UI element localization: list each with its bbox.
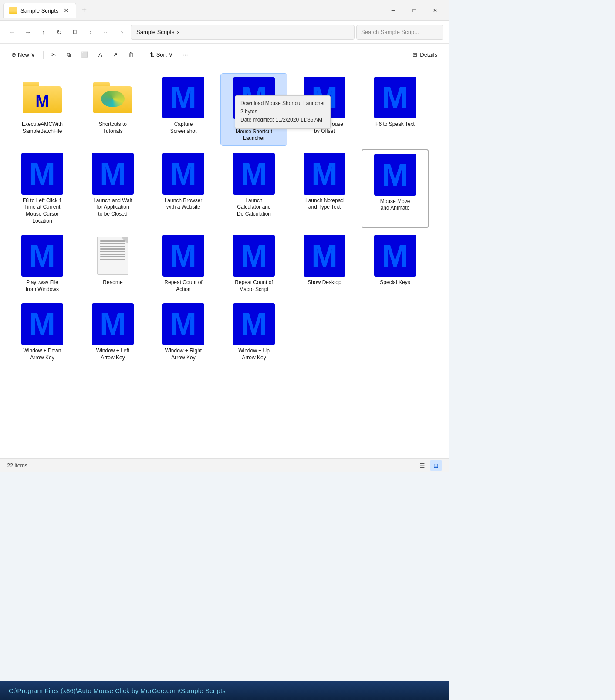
m-icon-showdesktop: M [304, 235, 345, 277]
txt-icon-readme [92, 235, 134, 277]
back-button[interactable]: ← [5, 25, 19, 39]
m-icon-launchbrowser: M [162, 153, 204, 195]
refresh-button[interactable]: ↻ [52, 25, 66, 39]
breadcrumb[interactable]: Sample Scripts › [131, 25, 355, 40]
active-tab[interactable]: Sample Scripts ✕ [3, 3, 76, 18]
file-item-f6speak[interactable]: M F6 to Speak Text [362, 73, 429, 146]
folder-icon-shortcuts [92, 77, 134, 118]
file-item-windowup[interactable]: M Window + UpArrow Key [220, 300, 287, 365]
monitor-icon: 🖥 [68, 25, 82, 39]
paste-button[interactable]: ⬜ [77, 47, 92, 62]
file-label-showdesktop: Show Desktop [308, 279, 341, 286]
file-label-playwav: Play .wav Filefrom Windows [26, 279, 59, 293]
share-button[interactable]: ↗ [108, 47, 122, 62]
m-icon-download: M [233, 77, 275, 119]
tab-title: Sample Scripts [20, 7, 58, 14]
toolbar: ⊕ New ∨ ✂ ⧉ ⬜ A ↗ 🗑 ⇅ Sort ∨ ··· ⊞ Detai… [0, 44, 449, 66]
file-label-launchnotepad: Launch Notepadand Type Text [305, 197, 344, 211]
file-item-download[interactable]: M DownloadMouse ShortcutLauncher Downloa… [220, 73, 287, 146]
grid-view-button[interactable]: ⊞ [430, 460, 442, 471]
file-label-shortcuts: Shortcuts toTutorials [99, 121, 127, 135]
search-box[interactable]: Search Sample Scrip... [356, 25, 443, 40]
forward-button[interactable]: → [21, 25, 35, 39]
file-item-launchwait[interactable]: M Launch and Waitfor Applicationto be Cl… [79, 149, 146, 228]
file-item-repeatmacro[interactable]: M Repeat Count ofMacro Script [220, 231, 287, 296]
close-button[interactable]: ✕ [425, 3, 445, 17]
m-icon-windowup: M [233, 303, 275, 345]
m-icon-capture: M [162, 77, 204, 118]
file-item-windowleft[interactable]: M Window + LeftArrow Key [79, 300, 146, 365]
delete-button[interactable]: 🗑 [124, 47, 138, 62]
m-icon-windowright: M [162, 303, 204, 345]
file-item-shortcuts[interactable]: Shortcuts toTutorials [79, 73, 146, 146]
copy-button[interactable]: ⧉ [62, 47, 75, 62]
bottom-path: C:\Program Files (x86)\Auto Mouse Click … [9, 687, 226, 694]
tab-close-button[interactable]: ✕ [62, 6, 71, 15]
file-item-launchbrowser[interactable]: M Launch Browserwith a Website [150, 149, 217, 228]
sort-label: Sort [156, 51, 167, 58]
share-icon: ↗ [113, 51, 118, 58]
title-bar: Sample Scripts ✕ + ─ □ ✕ [0, 0, 449, 21]
file-item-windowright[interactable]: M Window + RightArrow Key [150, 300, 217, 365]
copy-icon: ⧉ [67, 51, 71, 58]
file-item-showdesktop[interactable]: M Show Desktop [291, 231, 358, 296]
file-label-mousemove: Mouse Moveand Animate [380, 198, 410, 212]
file-item-playwav[interactable]: M Play .wav Filefrom Windows [9, 231, 76, 296]
file-item-f6movemouse[interactable]: M F6 Move Mouseby Offset [291, 73, 358, 146]
new-tab-button[interactable]: + [76, 3, 92, 18]
new-chevron: ∨ [31, 51, 35, 58]
m-icon-specialkeys: M [374, 235, 416, 277]
details-label: Details [420, 51, 437, 58]
more-icon: ··· [183, 51, 188, 58]
more-options-button[interactable]: ··· [179, 47, 193, 62]
path-more[interactable]: ··· [99, 25, 113, 39]
minimize-button[interactable]: ─ [383, 3, 403, 17]
details-icon: ⊞ [412, 51, 417, 58]
cut-button[interactable]: ✂ [47, 47, 61, 62]
file-item-launchnotepad[interactable]: M Launch Notepadand Type Text [291, 149, 358, 228]
file-item-specialkeys[interactable]: M Special Keys [362, 231, 429, 296]
new-button[interactable]: ⊕ New ∨ [7, 47, 40, 62]
file-item-readme[interactable]: Readme [79, 231, 146, 296]
file-label-f8leftclick: F8 to Left Click 1Time at CurrentMouse C… [23, 197, 62, 224]
m-icon-playwav: M [21, 235, 63, 277]
sort-icon: ⇅ [150, 51, 155, 58]
m-icon-windowdown: M [21, 303, 63, 345]
file-label-launchwait: Launch and Waitfor Applicationto be Clos… [93, 197, 132, 218]
path-chevron-1: › [84, 25, 98, 39]
m-icon-launchnotepad: M [304, 153, 345, 195]
cut-icon: ✂ [51, 51, 56, 58]
file-label-readme: Readme [103, 279, 122, 286]
file-label-f6movemouse: F6 Move Mouseby Offset [306, 121, 343, 135]
search-placeholder: Search Sample Scrip... [361, 29, 419, 35]
details-button[interactable]: ⊞ Details [408, 47, 442, 62]
m-icon-windowleft: M [92, 303, 134, 345]
sort-chevron: ∨ [169, 51, 173, 58]
maximize-button[interactable]: □ [404, 3, 424, 17]
bottom-bar: C:\Program Files (x86)\Auto Mouse Click … [0, 681, 449, 700]
file-item-windowdown[interactable]: M Window + DownArrow Key [9, 300, 76, 365]
m-icon-repeataction: M [162, 235, 204, 277]
file-label-windowdown: Window + DownArrow Key [23, 348, 61, 361]
file-label-windowup: Window + UpArrow Key [238, 348, 270, 361]
file-item-capture[interactable]: M CaptureScreenshot [150, 73, 217, 146]
m-icon-mousemove: M [374, 154, 416, 196]
file-item-f8leftclick[interactable]: M F8 to Left Click 1Time at CurrentMouse… [9, 149, 76, 228]
rename-button[interactable]: A [94, 47, 107, 62]
file-item-mousemove[interactable]: M Mouse Moveand Animate [362, 149, 429, 228]
file-label-f6speak: F6 to Speak Text [375, 121, 415, 128]
new-label: New [18, 51, 29, 58]
file-item-executeamc[interactable]: M ExecuteAMCWithSampleBatchFile [9, 73, 76, 146]
file-label-windowleft: Window + LeftArrow Key [96, 348, 129, 361]
file-label-launchcalc: LaunchCalculator andDo Calculation [237, 197, 271, 218]
list-view-button[interactable]: ☰ [416, 460, 428, 471]
m-icon-launchcalc: M [233, 153, 275, 195]
m-icon-f8leftclick: M [21, 153, 63, 195]
new-icon: ⊕ [11, 51, 16, 58]
file-item-launchcalc[interactable]: M LaunchCalculator andDo Calculation [220, 149, 287, 228]
file-item-repeataction[interactable]: M Repeat Count ofAction [150, 231, 217, 296]
file-label-repeatmacro: Repeat Count ofMacro Script [235, 279, 273, 293]
sort-button[interactable]: ⇅ Sort ∨ [145, 47, 177, 62]
up-button[interactable]: ↑ [37, 25, 51, 39]
address-bar: ← → ↑ ↻ 🖥 › ··· › Sample Scripts › Searc… [0, 21, 449, 44]
